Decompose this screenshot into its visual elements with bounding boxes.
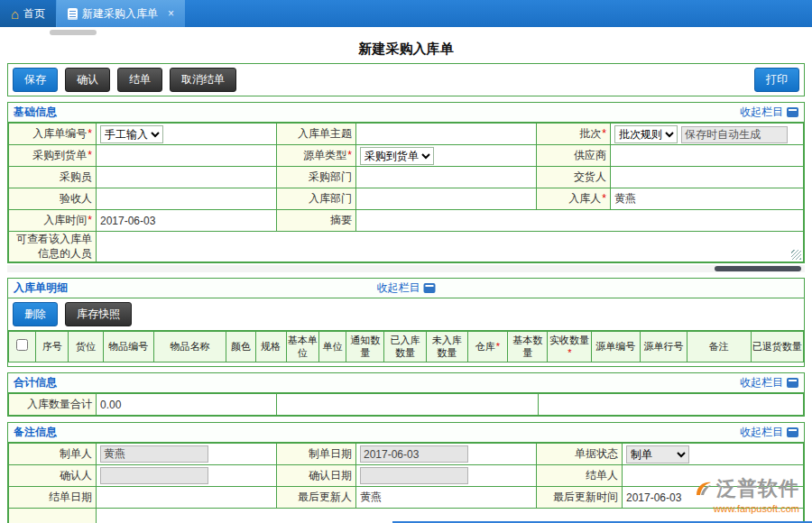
col-notice-qty: 通知数量 (346, 332, 384, 362)
last-editor-cell: 黄燕 (356, 487, 537, 509)
source-type-select[interactable]: 采购到货单 (360, 147, 434, 165)
col-location: 货位 (69, 332, 103, 362)
brand-url[interactable]: www.fanpusoft.com (693, 503, 799, 514)
basic-info-form: 入库单编号* 手工输入 入库单主题 批次* 批次规则 采购到货单* 源单类型* … (8, 123, 804, 262)
summary-input[interactable] (360, 213, 799, 229)
brand-name: 泛普软件 (716, 475, 799, 502)
deliverer-input[interactable] (614, 170, 799, 186)
tab-current[interactable]: 新建采购入库单 × (57, 0, 185, 27)
supplier-input[interactable] (614, 148, 799, 164)
detail-button-row: 删除 库存快照 (8, 298, 804, 331)
detail-title: 入库单明细 (14, 280, 68, 296)
order-no-cell: 手工输入 (97, 124, 277, 145)
arrival-input[interactable] (100, 148, 272, 164)
basic-info-header: 基础信息 收起栏目 (8, 103, 804, 123)
remark-title: 备注信息 (14, 425, 57, 440)
tab-home[interactable]: ⌂ 首页 (0, 0, 57, 27)
required-marker: * (88, 214, 92, 226)
top-scrollbar (0, 27, 812, 38)
batch-select[interactable]: 批次规则 (614, 125, 678, 143)
subject-input[interactable] (360, 126, 532, 142)
select-all-cell (9, 332, 36, 362)
required-marker: * (567, 347, 571, 358)
settle-button[interactable]: 结单 (117, 68, 162, 92)
required-marker: * (88, 127, 92, 140)
order-no-label-cell: 入库单编号* (9, 124, 97, 145)
batch-label-cell: 批次* (537, 124, 611, 145)
confirm-date-cell (356, 465, 537, 487)
total-empty-cell-2 (539, 394, 804, 416)
required-marker: * (496, 341, 500, 352)
col-item-no: 物品编号 (103, 332, 153, 362)
total-collapse-link[interactable]: 收起栏目 (740, 375, 798, 390)
remark-collapse-link[interactable]: 收起栏目 (740, 425, 798, 440)
tab-close-icon[interactable]: × (168, 8, 174, 19)
source-type-label-cell: 源单类型* (277, 145, 356, 167)
in-dept-input[interactable] (360, 191, 532, 207)
make-date-cell (356, 444, 537, 465)
in-time-input[interactable] (100, 213, 272, 229)
col-remark: 备注 (687, 332, 751, 362)
detail-section: 入库单明细 收起栏目 删除 库存快照 序号 货位 物品编号 物品名称 (7, 278, 805, 367)
detail-collapse-link[interactable]: 收起栏目 (377, 280, 436, 296)
col-base-qty: 基本数量 (508, 332, 548, 362)
col-spec: 规格 (255, 332, 286, 362)
buyer-input[interactable] (100, 170, 272, 186)
in-dept-label-cell: 入库部门 (277, 188, 356, 210)
top-scrollbar-thumb[interactable] (50, 30, 97, 35)
col-seq: 序号 (36, 332, 69, 362)
resize-handle[interactable] (791, 250, 801, 260)
basic-collapse-link[interactable]: 收起栏目 (740, 105, 798, 120)
subject-label-cell: 入库单主题 (277, 124, 356, 145)
status-select[interactable]: 制单 (626, 445, 689, 463)
select-all-checkbox[interactable] (16, 339, 28, 351)
settle-date-label-cell: 结单日期 (9, 487, 97, 509)
remark-header: 备注信息 收起栏目 (8, 423, 804, 443)
print-button[interactable]: 打印 (754, 68, 799, 92)
in-person-input[interactable] (614, 191, 799, 207)
col-returned-qty: 已退货数量 (751, 332, 803, 362)
viewer-label-cell: 可查看该入库单信息的人员 (9, 232, 97, 262)
col-source-line: 源单行号 (640, 332, 687, 362)
purchase-dept-input[interactable] (360, 170, 532, 186)
confirm-date-input (360, 467, 468, 484)
arrival-cell (97, 145, 277, 167)
col-color: 颜色 (226, 332, 255, 362)
total-qty-label-cell: 入库数量合计 (9, 394, 97, 416)
document-icon (68, 8, 78, 20)
maker-label-cell: 制单人 (9, 444, 97, 465)
make-date-input (360, 445, 468, 463)
snapshot-button[interactable]: 库存快照 (65, 302, 132, 326)
summary-label-cell: 摘要 (277, 210, 356, 232)
make-date-label-cell: 制单日期 (277, 444, 356, 465)
col-warehouse: 仓库* (467, 332, 507, 362)
purchase-dept-cell (356, 167, 537, 188)
order-no-select[interactable]: 手工输入 (100, 125, 163, 143)
confirm-button[interactable]: 确认 (65, 68, 110, 92)
inspector-label-cell: 验收人 (9, 188, 97, 210)
purchase-dept-label-cell: 采购部门 (277, 167, 356, 188)
delete-button[interactable]: 删除 (13, 302, 58, 326)
required-marker: * (602, 127, 606, 140)
settle-date-cell (97, 487, 277, 509)
deliverer-label-cell: 交货人 (537, 167, 611, 188)
save-button[interactable]: 保存 (13, 68, 58, 92)
maker-cell (97, 444, 277, 465)
inspector-input[interactable] (100, 191, 272, 207)
cancel-settle-button[interactable]: 取消结单 (170, 68, 236, 92)
settler-label-cell: 结单人 (537, 465, 623, 487)
horizontal-scrollbar-thumb[interactable] (715, 266, 801, 271)
confirmer-input (100, 467, 208, 484)
basic-info-title: 基础信息 (14, 105, 57, 120)
brand-logo-icon (693, 479, 713, 499)
viewer-cell[interactable] (97, 232, 804, 262)
col-actual-qty: 实收数量* (548, 332, 591, 362)
collapse-icon (787, 427, 798, 437)
source-type-cell: 采购到货单 (356, 145, 537, 167)
horizontal-scrollbar (7, 265, 805, 272)
total-qty-value-cell: 0.00 (97, 394, 277, 416)
in-time-cell (97, 210, 277, 232)
brand-footer: 泛普软件 www.fanpusoft.com (693, 475, 799, 514)
last-time-label-cell: 最后更新时间 (537, 487, 623, 509)
arrival-label-cell: 采购到货单* (9, 145, 97, 167)
